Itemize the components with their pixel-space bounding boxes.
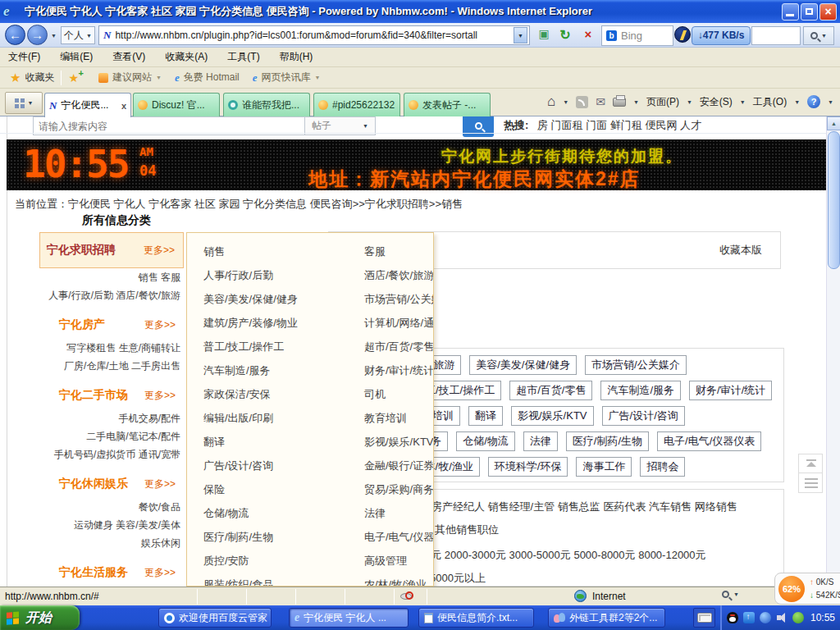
task-baidu-cloud[interactable]: 欢迎使用百度云管家 xyxy=(158,608,272,628)
category-menu-item[interactable]: 影视/娱乐/KTV xyxy=(364,430,434,454)
zone-selector[interactable]: 个人 ▼ xyxy=(61,26,95,44)
rss-icon[interactable] xyxy=(576,96,588,108)
category-menu-item[interactable]: 汽车制造/服务 xyxy=(203,358,326,382)
address-dropdown-icon[interactable]: ▼ xyxy=(514,27,527,43)
minimize-button[interactable] xyxy=(782,3,799,21)
search-provider-box[interactable]: b Bing xyxy=(601,25,673,46)
task-qq-group[interactable]: 外链工具群2等2个... xyxy=(548,608,665,628)
sidebar-link[interactable]: 人事/行政/后勤 酒店/餐饮/旅游 xyxy=(39,286,184,304)
more-link[interactable]: 更多>> xyxy=(144,244,175,258)
refresh-button[interactable]: ↻ xyxy=(556,27,574,44)
menu-item[interactable]: 收藏夹(A) xyxy=(165,50,208,64)
category-menu-item[interactable]: 医疗/制药/生物 xyxy=(203,525,326,549)
category-menu-item[interactable]: 贸易/采购/商务 xyxy=(364,477,434,501)
category-menu-item[interactable]: 仓储/物流 xyxy=(203,501,326,525)
sidebar-link[interactable]: 销售 客服 xyxy=(39,268,184,286)
category-tag[interactable]: 翻译 xyxy=(468,406,503,426)
history-dropdown-icon[interactable]: ▼ xyxy=(51,33,57,39)
category-menu-item[interactable]: 司机 xyxy=(364,382,434,406)
category-menu-item[interactable]: 高级管理 xyxy=(364,549,434,573)
baidu-cloud-tray-icon[interactable] xyxy=(743,612,755,623)
favorites-star-icon[interactable]: ★ xyxy=(10,71,21,85)
qq-icon[interactable] xyxy=(727,612,738,623)
address-field[interactable]: N http://www.nhbm.cn/plugin.php?id=lcs00… xyxy=(98,25,530,45)
category-tag[interactable]: 海事工作 xyxy=(576,457,632,477)
sidebar-section-title[interactable]: 宁化生活服务 xyxy=(59,565,128,580)
category-menu-item[interactable]: 美容/美发/保健/健身 xyxy=(203,287,326,311)
sidebar-section-header[interactable]: 宁化求职招聘 更多>> xyxy=(39,232,184,268)
salary-filters[interactable]: 0元 2000-3000元 3000-5000元 5000-8000元 8000… xyxy=(425,548,783,563)
tab-close-icon[interactable]: x xyxy=(121,101,126,111)
sidebar-section-title[interactable]: 宁化房产 xyxy=(59,317,105,332)
task-notepad[interactable]: 便民信息简介.txt... xyxy=(418,608,534,628)
category-menu-item[interactable]: 广告/设计/咨询 xyxy=(203,454,326,477)
safety-menu[interactable]: 安全(S) xyxy=(700,95,733,109)
start-button[interactable]: 开始 xyxy=(0,605,80,630)
task-ie-ninghua[interactable]: e 宁化便民 宁化人 ... xyxy=(289,608,409,628)
input-method-button[interactable] xyxy=(693,608,715,628)
home-icon[interactable]: ⌂ xyxy=(547,94,555,110)
list-view-button[interactable] xyxy=(798,473,823,493)
suggested-sites-link[interactable]: 建议网站 xyxy=(112,71,152,84)
mail-icon[interactable]: ✉ xyxy=(596,95,605,108)
close-button[interactable]: × xyxy=(819,3,837,21)
category-menu-item[interactable]: 超市/百货/零售 xyxy=(364,335,434,358)
menu-item[interactable]: 查看(V) xyxy=(112,50,145,64)
volume-icon[interactable] xyxy=(776,612,788,623)
category-menu-item[interactable]: 家政保洁/安保 xyxy=(203,382,326,406)
sidebar-section-header[interactable]: 宁化房产 更多>> xyxy=(39,311,184,339)
category-menu-item[interactable]: 教育培训 xyxy=(364,406,434,430)
sidebar-link[interactable]: 娱乐休闲 xyxy=(39,534,184,552)
category-tag[interactable]: 超市/百货/零售 xyxy=(509,381,592,400)
category-menu-item[interactable]: 销售 xyxy=(203,240,326,263)
safety-tray-icon[interactable] xyxy=(792,612,804,623)
compatibility-view-icon[interactable]: ▣ xyxy=(535,27,553,44)
scrollbar-thumb[interactable] xyxy=(828,131,840,269)
category-tag[interactable]: 医疗/制药/生物 xyxy=(566,431,649,451)
sidebar-link[interactable]: 写字楼租售 生意/商铺转让 xyxy=(39,339,184,357)
category-menu-item[interactable]: 翻译 xyxy=(203,430,326,454)
sidebar-section-header[interactable]: 宁化二手市场 更多>> xyxy=(39,381,184,409)
forum-search-button[interactable] xyxy=(463,116,494,137)
help-icon[interactable]: ? xyxy=(807,95,820,108)
sidebar-link[interactable]: 手机交易/配件 xyxy=(39,409,184,427)
download-manager-icon[interactable] xyxy=(674,26,691,43)
other-position-filter[interactable]: 其他销售职位 xyxy=(435,523,783,537)
toolbar-search-input[interactable] xyxy=(751,26,801,45)
category-menu-item[interactable]: 计算机/网络/通信 xyxy=(364,311,434,335)
quick-tabs-button[interactable]: ▼ xyxy=(5,92,43,114)
more-link[interactable]: 更多>> xyxy=(144,566,176,580)
messenger-icon[interactable] xyxy=(760,612,771,623)
stop-button[interactable]: × xyxy=(579,27,597,44)
hot-search-terms[interactable]: 房 门面租 门面 鲜门租 便民网 人才 xyxy=(537,118,701,133)
vertical-scrollbar[interactable]: ▲ ▼ xyxy=(826,116,840,587)
category-tag[interactable]: 汽车制造/服务 xyxy=(600,381,681,400)
more-link[interactable]: 更多>> xyxy=(144,389,176,403)
sidebar-section-header[interactable]: 宁化休闲娱乐 更多>> xyxy=(39,470,184,498)
sidebar-link[interactable]: 餐饮/食品 xyxy=(39,498,184,516)
network-speed-widget[interactable]: 62% ↑ 0K/S ↓ 542K/S xyxy=(774,573,840,605)
menu-item[interactable]: 工具(T) xyxy=(227,50,259,64)
category-menu-item[interactable]: 编辑/出版/印刷 xyxy=(203,406,326,430)
category-menu-item[interactable]: 电子/电气/仪器仪表 xyxy=(364,525,434,549)
tab-post[interactable]: 发表帖子 -... xyxy=(404,93,491,116)
category-menu-item[interactable]: 建筑/房产/装修/物业 xyxy=(203,311,326,335)
category-tag[interactable]: 财务/审计/统计 xyxy=(689,381,772,400)
restore-button[interactable] xyxy=(801,3,818,21)
category-tag[interactable]: 美容/美发/保健/健身 xyxy=(469,355,577,375)
scroll-up-button[interactable]: ▲ xyxy=(827,116,840,130)
more-link[interactable]: 更多>> xyxy=(144,318,176,332)
category-menu-item[interactable]: 法律 xyxy=(364,501,434,525)
toolbar-search-button[interactable]: ▼ xyxy=(803,26,834,45)
tools-menu[interactable]: 工具(O) xyxy=(753,95,787,109)
category-menu-item[interactable]: 客服 xyxy=(364,240,434,263)
category-tag[interactable]: 电子/电气/仪器仪表 xyxy=(657,431,761,451)
category-menu-item[interactable]: 人事/行政/后勤 xyxy=(203,263,326,287)
sidebar-section-header[interactable]: 宁化生活服务 更多>> xyxy=(39,559,184,587)
sidebar-section-title[interactable]: 宁化求职招聘 xyxy=(47,243,116,258)
category-menu-item[interactable]: 市场营销/公关媒介 xyxy=(364,287,434,311)
salary-filter-high[interactable]: 5000元以上 xyxy=(430,571,783,586)
category-tag[interactable]: 环境科学/环保 xyxy=(488,457,568,477)
tab-help[interactable]: 谁能帮我把... xyxy=(223,93,310,116)
back-to-top-button[interactable] xyxy=(798,454,823,473)
